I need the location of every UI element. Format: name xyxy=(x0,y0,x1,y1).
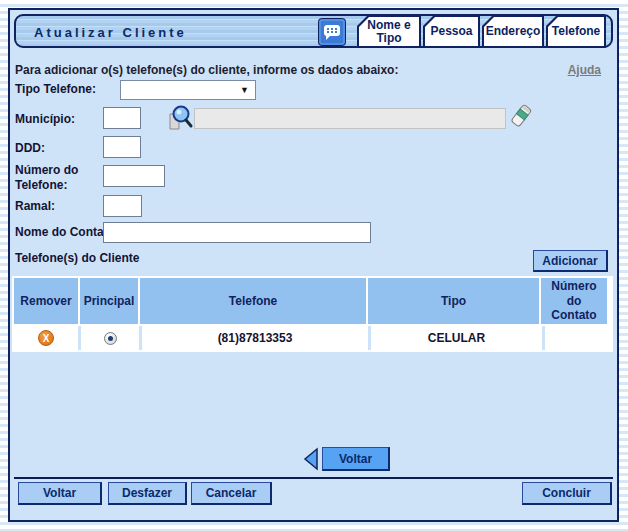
phones-table: Remover Principal Telefone Tipo Número d… xyxy=(12,276,613,352)
header-remover: Remover xyxy=(14,278,78,324)
tab-endereco-label: Endereço xyxy=(484,17,542,46)
chat-bubble-icon xyxy=(318,18,346,46)
ramal-label: Ramal: xyxy=(15,199,55,214)
numero-contato-cell xyxy=(545,326,611,350)
tab-pessoa[interactable]: Pessoa xyxy=(423,15,480,48)
help-link[interactable]: Ajuda xyxy=(568,63,601,77)
intro-text: Para adicionar o(s) telefone(s) do clien… xyxy=(15,63,398,77)
back-arrow-icon[interactable] xyxy=(303,447,319,471)
ramal-input[interactable] xyxy=(103,195,142,217)
tab-endereco[interactable]: Endereço xyxy=(482,15,544,48)
telefone-cell: (81)87813353 xyxy=(142,326,368,350)
municipio-label: Município: xyxy=(15,112,75,127)
tab-telefone-label: Telefone xyxy=(548,17,604,46)
header-principal: Principal xyxy=(80,278,138,324)
remove-cell: X xyxy=(14,326,78,350)
desfazer-button[interactable]: Desfazer xyxy=(108,482,187,505)
voltar-button[interactable]: Voltar xyxy=(18,482,102,505)
mid-voltar-button[interactable]: Voltar xyxy=(322,447,390,471)
adicionar-button[interactable]: Adicionar xyxy=(533,250,608,272)
phones-section-title: Telefone(s) do Cliente xyxy=(15,251,139,265)
concluir-button[interactable]: Concluir xyxy=(522,482,612,505)
table-row: X (81)87813353 CELULAR xyxy=(14,326,611,350)
tab-telefone[interactable]: Telefone xyxy=(546,15,606,48)
chevron-down-icon: ▼ xyxy=(240,85,249,95)
municipio-name-field xyxy=(194,108,506,129)
municipio-code-input[interactable] xyxy=(103,107,141,129)
header-numero-contato: Número do Contato xyxy=(541,278,607,324)
ddd-input[interactable] xyxy=(103,136,141,158)
header-telefone: Telefone xyxy=(140,278,366,324)
bottom-divider xyxy=(14,477,613,479)
principal-cell xyxy=(81,326,139,350)
atualizar-cliente-panel: Atualizar Cliente Nome e Tipo Pessoa End xyxy=(8,8,619,522)
cancelar-button[interactable]: Cancelar xyxy=(191,482,272,505)
tipo-telefone-select[interactable]: ▼ xyxy=(120,80,256,100)
ddd-label: DDD: xyxy=(15,141,45,156)
phones-table-header: Remover Principal Telefone Tipo Número d… xyxy=(14,278,611,324)
tab-pessoa-label: Pessoa xyxy=(425,17,478,46)
tab-nome-e-tipo-label: Nome e Tipo xyxy=(359,17,419,46)
remove-icon[interactable]: X xyxy=(38,330,54,346)
page-background: Atualizar Cliente Nome e Tipo Pessoa End xyxy=(0,0,628,531)
tipo-telefone-label: Tipo Telefone: xyxy=(15,82,96,97)
header-tipo: Tipo xyxy=(368,278,539,324)
search-icon[interactable] xyxy=(167,104,194,132)
numero-telefone-input[interactable] xyxy=(103,165,165,187)
tab-nome-e-tipo[interactable]: Nome e Tipo xyxy=(357,15,421,48)
page-title: Atualizar Cliente xyxy=(34,25,187,40)
principal-radio[interactable] xyxy=(104,332,117,345)
numero-telefone-label: Número do Telefone: xyxy=(15,163,95,193)
eraser-icon[interactable] xyxy=(507,102,535,130)
tipo-cell: CELULAR xyxy=(371,326,542,350)
nome-contato-input[interactable] xyxy=(103,222,371,243)
